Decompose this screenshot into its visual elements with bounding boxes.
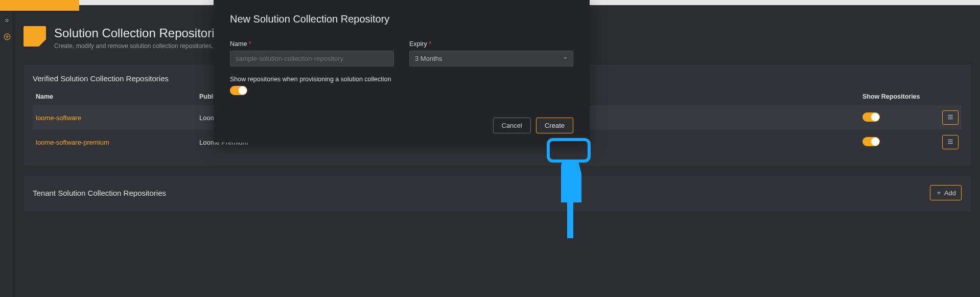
col-name: Name (33, 91, 196, 105)
cancel-button[interactable]: Cancel (493, 118, 531, 133)
show-toggle[interactable] (862, 112, 880, 122)
expand-icon[interactable]: » (5, 16, 9, 24)
svg-rect-3 (948, 115, 952, 115)
add-button[interactable]: ＋ Add (930, 185, 962, 200)
name-input[interactable] (230, 51, 394, 66)
modal-body: Name * Expiry * 3 Months Show repositori… (214, 40, 590, 97)
repo-link[interactable]: loome-software (36, 114, 81, 122)
name-label: Name * (230, 40, 394, 48)
show-toggle[interactable] (862, 137, 880, 146)
page-subtitle: Create, modify and remove solution colle… (54, 42, 227, 50)
plus-circle-icon[interactable] (4, 33, 11, 42)
list-icon (947, 138, 954, 147)
show-repos-toggle[interactable] (230, 86, 247, 95)
show-repos-label: Show repositories when provisioning a so… (230, 76, 573, 83)
tenant-heading: Tenant Solution Collection Repositories (33, 189, 166, 197)
sidebar: » (0, 11, 14, 297)
svg-rect-4 (948, 117, 952, 117)
expiry-label: Expiry * (409, 40, 573, 48)
svg-rect-5 (948, 118, 952, 119)
svg-rect-7 (948, 141, 952, 142)
modal-header: New Solution Collection Repository (214, 0, 590, 40)
col-show: Show Repositories (859, 91, 936, 105)
plus-icon: ＋ (936, 188, 942, 197)
browse-button[interactable] (942, 135, 959, 149)
list-icon (947, 113, 954, 122)
svg-rect-8 (948, 143, 952, 143)
add-label: Add (944, 189, 956, 197)
modal-footer: Cancel Create (214, 118, 590, 133)
col-actions (936, 91, 962, 105)
expiry-select[interactable]: 3 Months (409, 51, 573, 66)
new-repo-modal: New Solution Collection Repository Name … (214, 0, 590, 143)
repo-link[interactable]: loome-software-premium (36, 139, 109, 146)
tenant-panel: Tenant Solution Collection Repositories … (24, 176, 971, 212)
svg-rect-6 (948, 139, 952, 140)
brand-block (0, 0, 79, 11)
folder-icon (24, 26, 46, 47)
page-title: Solution Collection Repositories (54, 26, 227, 40)
browse-button[interactable] (942, 110, 959, 125)
modal-title: New Solution Collection Repository (230, 13, 573, 25)
create-button[interactable]: Create (536, 118, 573, 133)
